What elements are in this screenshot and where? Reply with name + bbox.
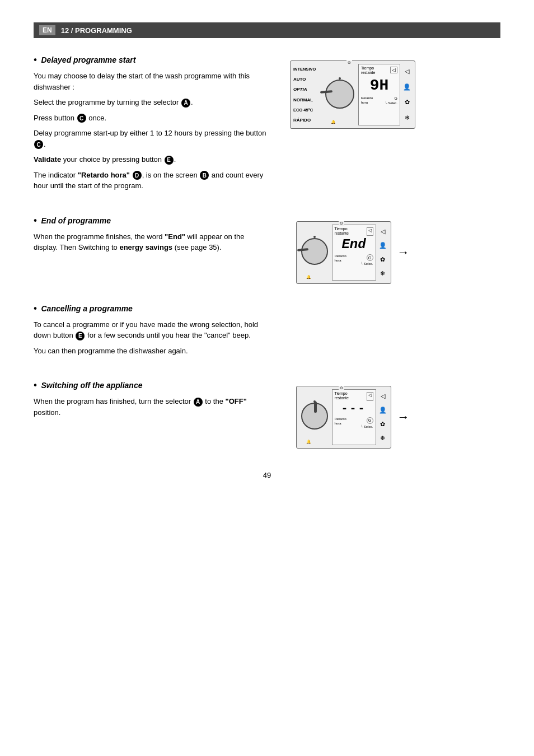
selec-label-2: └ Selec. bbox=[360, 262, 373, 265]
section-cancelling-title: • Cancelling a programme bbox=[34, 304, 269, 314]
retardo-hora-label: "Retardo hora" bbox=[78, 171, 130, 179]
prog-rapido: RÁPIDO bbox=[293, 118, 320, 123]
end-word-label: "End" bbox=[165, 232, 185, 241]
right-icon-person-2: 👤 bbox=[379, 242, 387, 249]
prog-eco: ECO 45°C bbox=[293, 108, 320, 113]
right-icon-arrow: ◁ bbox=[405, 68, 409, 75]
section-cancelling-text: • Cancelling a programme To cancel a pro… bbox=[34, 304, 269, 361]
retardo-hora-bottom-2: Retardohora bbox=[335, 254, 346, 265]
display-value-dashes: --- bbox=[335, 403, 373, 414]
g-button-1: G bbox=[395, 96, 397, 100]
right-icon-arrow-2: ◁ bbox=[381, 228, 385, 235]
right-icon-eco-2: ❄ bbox=[380, 270, 385, 277]
delayed-p6: The indicator "Retardo hora" D, is on th… bbox=[34, 170, 269, 192]
section-cancelling-diagram bbox=[280, 304, 425, 361]
delayed-p4: Delay programme start-up by either 1 to … bbox=[34, 128, 269, 150]
button-e-cancel: E bbox=[76, 332, 85, 340]
tiempo-indicator-2: ◁ bbox=[367, 227, 373, 236]
delayed-p2: Select the programme by turning the sele… bbox=[34, 97, 269, 108]
prog-intensivo: INTENSIVO bbox=[293, 67, 320, 72]
language-badge: EN bbox=[39, 25, 55, 35]
display-value-end: End bbox=[335, 238, 373, 251]
cancelling-p1: To cancel a programme or if you have mad… bbox=[34, 319, 269, 341]
section-switching-off-text: • Switching off the appliance When the p… bbox=[34, 380, 269, 449]
end-p1: When the programme finishes, the word "E… bbox=[34, 231, 269, 253]
off-label: "OFF" bbox=[225, 397, 246, 405]
g-button-3: G bbox=[367, 417, 373, 424]
selector-a-label: A bbox=[181, 99, 190, 108]
dial-bottom-icon-3: 🔔 bbox=[306, 440, 311, 444]
button-c-label2: C bbox=[34, 140, 43, 149]
right-icon-person-3: 👤 bbox=[379, 407, 387, 414]
right-icon-sun-3: ✿ bbox=[380, 421, 385, 428]
prog-normal: NORMAL bbox=[293, 97, 320, 102]
section-end-programme-text: • End of programme When the programme fi… bbox=[34, 216, 269, 284]
section-end-programme: • End of programme When the programme fi… bbox=[34, 216, 500, 284]
tiempo-indicator-3: ◁ bbox=[367, 392, 373, 401]
button-c-label: C bbox=[77, 114, 86, 123]
page: EN 12 / PROGRAMMING • Delayed programme … bbox=[0, 0, 534, 756]
section-delayed-start-diagram: ⊙ INTENSIVO AUTO OPTIA NORMAL ECO 45°C R… bbox=[280, 55, 425, 196]
arrow-right-end: → bbox=[397, 245, 410, 260]
prog-optia: OPTIA bbox=[293, 87, 320, 92]
tiempo-indicator: ◁ bbox=[390, 67, 397, 73]
tiempo-restante-top-2: Tiemporestante bbox=[335, 227, 349, 236]
cancelling-p2: You can then programme the dishwasher ag… bbox=[34, 346, 269, 357]
right-icon-sun: ✿ bbox=[405, 99, 410, 106]
prog-auto: AUTO bbox=[293, 77, 320, 82]
arrow-right-off: → bbox=[397, 410, 410, 424]
dial-bottom-icon: 🔔 bbox=[331, 120, 336, 124]
indicator-d-label: D bbox=[133, 171, 142, 180]
page-number: 49 bbox=[34, 471, 500, 479]
screen-b-label: B bbox=[200, 171, 209, 180]
energy-savings-label: energy savings bbox=[119, 243, 172, 251]
retardo-hora-bottom-3: Retardohora bbox=[335, 417, 346, 428]
section-delayed-start-title: • Delayed programme start bbox=[34, 55, 269, 65]
section-end-programme-title: • End of programme bbox=[34, 216, 269, 226]
right-icon-eco: ❄ bbox=[405, 114, 410, 122]
section-switching-off: • Switching off the appliance When the p… bbox=[34, 380, 500, 449]
dial-bottom-icon-2: 🔔 bbox=[306, 275, 311, 279]
section-switching-off-diagram: ⊙ 🔔 Tiemporestante ◁ bbox=[280, 380, 425, 449]
section-end-programme-diagram: ⊙ 🔔 Tiemporestante ◁ bbox=[280, 216, 425, 284]
right-icon-arrow-3: ◁ bbox=[381, 393, 385, 400]
section-switching-off-title: • Switching off the appliance bbox=[34, 380, 269, 390]
tiempo-restante-top-3: Tiemporestante bbox=[335, 391, 349, 401]
display-value-9h: 9H bbox=[361, 78, 397, 94]
delayed-p5: Validate your choice by pressing button … bbox=[34, 154, 269, 165]
header-bar: EN 12 / PROGRAMMING bbox=[34, 22, 500, 38]
validate-label: Validate bbox=[34, 155, 61, 164]
delayed-p3: Press button C once. bbox=[34, 113, 269, 124]
retardo-hora-bottom: Retardohora bbox=[361, 96, 373, 105]
g-button-2: G bbox=[367, 254, 373, 261]
selector-a-off: A bbox=[194, 398, 203, 407]
right-icon-person: 👤 bbox=[403, 83, 411, 91]
section-label: 12 / PROGRAMMING bbox=[61, 26, 132, 35]
right-icon-eco-3: ❄ bbox=[380, 435, 385, 442]
section-cancelling: • Cancelling a programme To cancel a pro… bbox=[34, 304, 500, 361]
button-e-label: E bbox=[165, 156, 174, 165]
delayed-p1: You may choose to delay the start of the… bbox=[34, 71, 269, 92]
section-delayed-start-text: • Delayed programme start You may choose… bbox=[34, 55, 269, 196]
right-icon-sun-2: ✿ bbox=[380, 256, 385, 263]
switching-p1: When the program has finished, turn the … bbox=[34, 396, 269, 418]
selec-label-1: └ Selec. bbox=[385, 101, 397, 105]
selec-label-3: └ Selec. bbox=[360, 425, 373, 428]
section-delayed-start: • Delayed programme start You may choose… bbox=[34, 55, 500, 196]
tiempo-restante-top: Tiemporestante bbox=[361, 66, 375, 76]
